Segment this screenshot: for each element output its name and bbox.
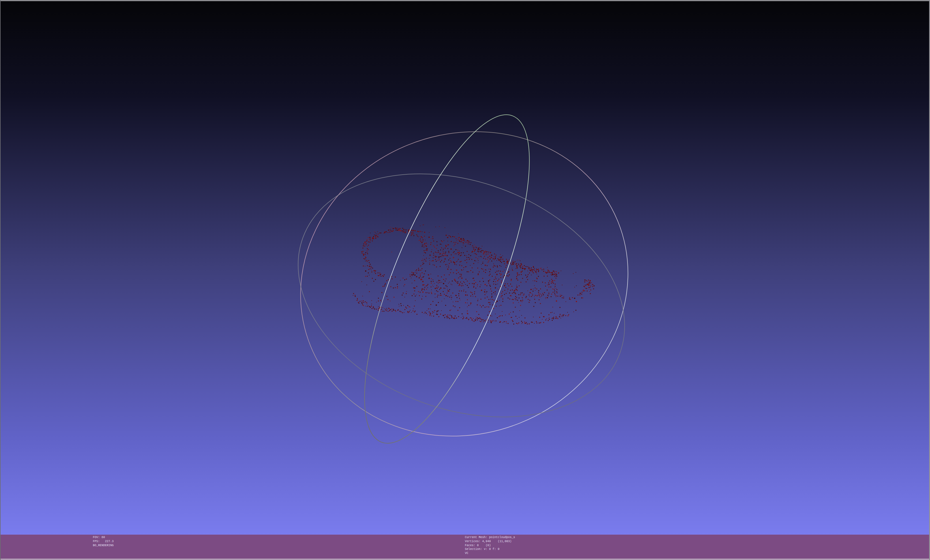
viewport-render-stats: FOV: 60 FPS: 227.3 BO_RENDERING (93, 535, 114, 547)
trackball-gizmo (0, 0, 930, 535)
window-border-top (0, 0, 930, 1)
window-border-left (0, 0, 1, 560)
point-cloud-canvas (0, 0, 930, 535)
trackball-circle-vertical (332, 96, 562, 462)
trackball-circle-horizontal (264, 131, 659, 460)
3d-viewport[interactable] (0, 0, 930, 535)
status-bar: FOV: 60 FPS: 227.3 BO_RENDERING Current … (0, 535, 930, 558)
meshlab-window: FOV: 60 FPS: 227.3 BO_RENDERING Current … (0, 0, 930, 560)
trackball-circle-outer (254, 83, 674, 485)
window-bottom-edge (0, 558, 930, 560)
mesh-info-stats: Current Mesh: pointcloudpos_s Vertices: … (465, 535, 515, 555)
